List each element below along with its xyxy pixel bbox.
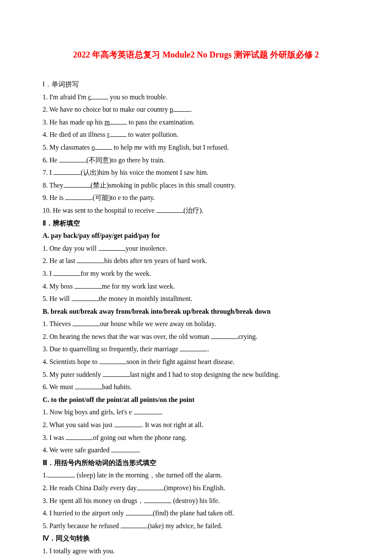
text: 1. I'm afraid I'm	[43, 93, 88, 101]
text: 6. He	[43, 156, 59, 164]
text: 9. He is	[43, 194, 65, 201]
s3-q2: 2. He reads China Daily every day(improv…	[43, 482, 349, 494]
s2A-q4: 4. My boss me for my work last week.	[43, 280, 349, 293]
underline-letter: m	[104, 119, 110, 126]
text: .	[207, 345, 209, 353]
text: 3. I was	[43, 434, 66, 441]
text: your insolence.	[126, 245, 167, 252]
text: 4. He died of an illness	[43, 131, 107, 138]
s1-q1: 1. I'm afraid I'm c you so much trouble.	[43, 91, 349, 104]
s1-q9: 9. He is (可能)to e to the party.	[43, 191, 349, 204]
s2A-q3: 3. I for my work by the week.	[43, 267, 349, 280]
text: 1.	[43, 471, 48, 479]
underline-letter: p	[170, 106, 173, 113]
text: 6. We must	[43, 383, 75, 390]
text: 4. I hurried to the airport only	[43, 509, 126, 517]
text: 4. Scientists hope to	[43, 358, 99, 365]
text: last night and I had to stop designing t…	[130, 371, 280, 378]
blank	[173, 104, 190, 112]
s2C-q2: 2. What you said was just . It was not r…	[43, 419, 349, 431]
text: 8. They	[43, 182, 63, 189]
page: 2022 年高考英语总复习 Module2 No Drugs 测评试题 外研版必…	[0, 0, 392, 555]
blank	[144, 496, 171, 503]
section-2A-head: A. pay back/pay off/pay/get paid/pay for	[43, 229, 349, 242]
s3-q1: 1. (sleep) late in the morning，she turne…	[43, 469, 349, 482]
blank	[63, 180, 91, 188]
s1-q10: 10. He was sent to the hospital to recei…	[43, 204, 349, 217]
text: our house while we were away on holiday.	[100, 320, 216, 327]
s2B-q6: 6. We must bad habits.	[43, 381, 349, 393]
text: (improve) his English.	[164, 484, 225, 491]
text: (take) my advice, he failed.	[148, 522, 222, 529]
blank	[53, 168, 81, 175]
text: 4. My boss	[43, 283, 75, 290]
section-2-head: Ⅱ．辨析填空	[43, 217, 349, 230]
text: me for my work last week.	[102, 283, 175, 290]
s2B-q1: 1. Thieves our house while we were away …	[43, 318, 349, 330]
text: .	[138, 446, 140, 454]
text: 7. I	[43, 169, 53, 176]
s3-q4: 4. I hurried to the airport only (find) …	[43, 507, 349, 520]
s2A-q2: 2. He at last his debts after ten years …	[43, 254, 349, 267]
text: (不同意)to go there by train.	[86, 156, 165, 164]
blank	[59, 155, 86, 162]
text: (可能)to e to the party.	[92, 194, 155, 201]
text: 2. We have no choice but to make our cou…	[43, 106, 170, 113]
text: for my work by the week.	[81, 270, 151, 277]
s2B-q2: 2. On hearing the news that the war was …	[43, 330, 349, 343]
blank	[75, 382, 102, 389]
s2B-q5: 5. My puter suddenly last night and I ha…	[43, 368, 349, 381]
text: to water pollution.	[127, 131, 179, 138]
s1-q3: 3. He has made up his m to pass the exam…	[43, 116, 349, 129]
text: 2. He reads China Daily every day	[43, 484, 137, 491]
blank	[121, 521, 148, 528]
text: 4. We were safe guarded	[43, 446, 111, 454]
blank	[75, 281, 102, 289]
blank	[134, 407, 161, 414]
blank	[77, 256, 104, 263]
text: 3. He spent all his money on drugs，	[43, 497, 144, 504]
text: (sleep) late in the morning，she turned o…	[75, 471, 222, 479]
text: .	[161, 408, 163, 416]
blank	[95, 142, 112, 150]
s1-q4: 4. He died of an illness r to water poll…	[43, 128, 349, 141]
text: 1. Thieves	[43, 320, 72, 327]
s4-q1: 1. I totally agree with you.	[43, 545, 349, 555]
text: 5. My classmates	[43, 144, 92, 151]
text: 2. On hearing the news that the war was …	[43, 333, 211, 340]
text: you so much trouble.	[108, 93, 167, 101]
blank	[103, 370, 130, 377]
blank	[114, 420, 141, 427]
s1-q5: 5. My classmates o to help me with my En…	[43, 141, 349, 154]
text: crying.	[238, 333, 257, 340]
blank	[211, 332, 238, 339]
underline-letter: c	[88, 93, 91, 101]
text: 5. My puter suddenly	[43, 371, 103, 378]
s1-q8: 8. They(禁止)smoking in public places in t…	[43, 179, 349, 192]
blank	[98, 243, 126, 251]
s1-q2: 2. We have no choice but to make our cou…	[43, 103, 349, 116]
s2C-q1: 1. Now big boys and girls, let's e .	[43, 406, 349, 419]
blank	[72, 319, 100, 326]
text: (禁止)smoking in public places in this sma…	[91, 182, 236, 189]
text: 1. One day you will	[43, 245, 98, 252]
blank	[91, 92, 108, 99]
text: bad habits.	[102, 383, 132, 390]
text: 5. Partly because he refused	[43, 522, 121, 529]
text: 3. I	[43, 270, 53, 277]
s1-q7: 7. I (认出)him by his voice the moment I s…	[43, 166, 349, 179]
blank	[110, 130, 127, 137]
text: (治疗).	[184, 207, 204, 214]
section-3-head: Ⅲ．用括号内所给动词的适当形式填空	[43, 457, 349, 469]
s2B-q4: 4. Scientists hope to soon in their figh…	[43, 356, 349, 368]
blank	[99, 357, 127, 364]
s2B-q3: 3. Due to quarrelling so frequently, the…	[43, 343, 349, 356]
blank	[180, 344, 207, 351]
text: of going out when the phone rang.	[93, 434, 187, 441]
s2A-q1: 1. One day you will your insolence.	[43, 242, 349, 255]
text: 2. He at last	[43, 257, 77, 264]
s2C-q3: 3. I was of going out when the phone ran…	[43, 431, 349, 444]
section-4-head: Ⅳ．同义句转换	[43, 532, 349, 545]
text: his debts after ten years of hard work.	[104, 257, 207, 264]
text: the money in monthly installment.	[99, 295, 193, 302]
